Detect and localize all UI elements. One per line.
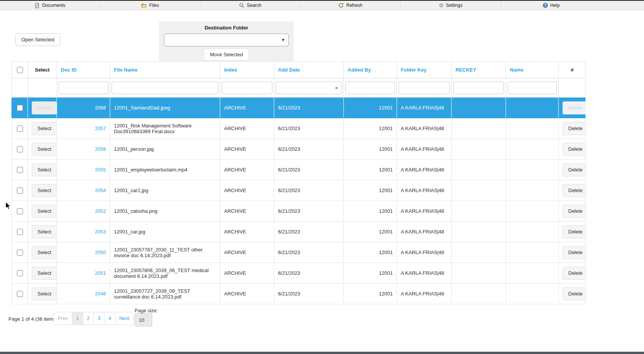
toolbar-item-help[interactable]: ? Help	[501, 1, 601, 10]
row-checkbox[interactable]	[17, 208, 23, 214]
delete-button[interactable]: Delete	[563, 101, 586, 114]
added-by-cell: 12001	[344, 98, 397, 118]
index-cell: ARCHIVE	[220, 160, 274, 180]
delete-button[interactable]: Delete	[563, 205, 586, 218]
select-all-checkbox[interactable]	[17, 67, 23, 73]
row-checkbox[interactable]	[17, 250, 23, 256]
column-header-name[interactable]: Name	[506, 62, 559, 78]
folder-key-cell: A KARLA FRIAS|48	[397, 284, 452, 304]
toolbar-item-search[interactable]: Search	[200, 1, 301, 10]
select-button[interactable]: Select	[32, 267, 57, 280]
reckey-filter-input[interactable]	[453, 82, 504, 94]
doc-id-cell: 2055	[57, 160, 110, 180]
doc-id-link[interactable]: 2050	[95, 250, 106, 255]
pager: Prev 1 2 3 4 Next	[54, 312, 133, 325]
toolbar-item-refresh[interactable]: Refresh	[301, 1, 401, 10]
pager-page-3-button[interactable]: 3	[93, 312, 104, 325]
select-button[interactable]: Select	[32, 205, 57, 218]
doc-id-cell: 2058	[57, 98, 110, 118]
toolbar-item-label: Documents	[42, 3, 65, 8]
delete-button[interactable]: Delete	[563, 122, 586, 135]
file-name-filter-input[interactable]	[112, 82, 218, 94]
row-checkbox[interactable]	[17, 167, 23, 173]
select-button[interactable]: Select	[32, 101, 57, 114]
doc-id-link[interactable]: 2053	[95, 229, 106, 235]
column-header-reckey[interactable]: RECKEY	[452, 62, 506, 78]
row-checkbox[interactable]	[17, 105, 23, 111]
select-button[interactable]: Select	[32, 184, 57, 197]
select-button[interactable]: Select	[32, 287, 57, 300]
file-name-cell: 12001_23057787_2030_11_TEST other invoic…	[110, 242, 220, 263]
destination-folder-select[interactable]: ▼	[164, 34, 289, 46]
folder-key-cell: A KARLA FRIAS|48	[397, 98, 452, 118]
row-checkbox[interactable]	[17, 291, 23, 297]
delete-button[interactable]: Delete	[563, 184, 586, 197]
added-by-filter-input[interactable]	[345, 82, 395, 94]
doc-id-link[interactable]: 2052	[95, 208, 106, 214]
delete-button[interactable]: Delete	[563, 246, 586, 259]
delete-button[interactable]: Delete	[563, 267, 586, 280]
column-header-folder-key[interactable]: Folder Key	[397, 62, 452, 78]
page-size-input[interactable]	[135, 313, 152, 326]
name-cell	[506, 180, 559, 201]
doc-id-link[interactable]: 2051	[95, 270, 106, 276]
delete-button[interactable]: Delete	[563, 225, 586, 238]
doc-id-link[interactable]: 2057	[95, 126, 106, 131]
doc-id-link[interactable]: 2055	[95, 167, 106, 173]
row-checkbox[interactable]	[17, 270, 23, 276]
added-by-cell: 12001	[344, 180, 397, 201]
toolbar-item-files[interactable]: Files	[100, 1, 200, 10]
column-header-add-date[interactable]: Add Date	[274, 62, 344, 78]
select-button[interactable]: Select	[32, 246, 57, 259]
filter-reckey-cell	[452, 78, 506, 98]
delete-button[interactable]: Delete	[563, 143, 586, 156]
pager-page-2-button[interactable]: 2	[83, 312, 94, 325]
select-button[interactable]: Select	[32, 122, 57, 135]
delete-button[interactable]: Delete	[563, 163, 586, 176]
row-checkbox[interactable]	[17, 229, 23, 235]
row-checkbox-cell	[12, 160, 28, 180]
row-checkbox-cell	[12, 98, 28, 118]
row-actions-cell: Delete	[559, 160, 586, 180]
bottom-scrollbar[interactable]	[0, 352, 644, 354]
toolbar-item-documents[interactable]: Documents	[0, 1, 100, 10]
pager-prev-button[interactable]: Prev	[54, 312, 72, 325]
table-row: Select 2050 12001_23057787_2030_11_TEST …	[12, 242, 586, 263]
folder-key-filter-input[interactable]	[398, 82, 450, 94]
doc-id-link[interactable]: 2058	[95, 105, 106, 111]
doc-id-link[interactable]: 2048	[95, 291, 106, 297]
reckey-cell	[452, 98, 506, 118]
name-cell	[506, 284, 559, 304]
doc-id-filter-input[interactable]	[59, 82, 108, 94]
doc-id-cell: 2051	[57, 263, 110, 284]
select-button[interactable]: Select	[32, 163, 57, 176]
row-checkbox[interactable]	[17, 126, 23, 132]
filter-empty-cell	[28, 78, 57, 98]
toolbar-item-settings[interactable]: ⚙ Settings	[401, 1, 501, 10]
clear-filter-icon[interactable]: ×	[335, 85, 338, 91]
column-header-index[interactable]: Index	[220, 62, 274, 78]
add-date-filter-input[interactable]	[276, 82, 342, 94]
column-header-file-name[interactable]: File Name	[110, 62, 220, 78]
pager-page-4-button[interactable]: 4	[104, 312, 115, 325]
chevron-down-icon: ▼	[281, 38, 285, 42]
doc-id-link[interactable]: 2056	[95, 146, 106, 152]
reckey-cell	[452, 222, 506, 242]
reckey-cell	[452, 284, 506, 304]
added-by-cell: 12001	[344, 118, 397, 139]
delete-button[interactable]: Delete	[563, 287, 586, 300]
index-filter-input[interactable]	[222, 82, 272, 94]
select-button[interactable]: Select	[32, 225, 57, 238]
name-filter-input[interactable]	[507, 82, 557, 94]
column-header-added-by[interactable]: Added By	[344, 62, 397, 78]
row-checkbox[interactable]	[17, 188, 23, 194]
column-header-doc-id[interactable]: Doc ID	[57, 62, 110, 78]
doc-id-link[interactable]: 2054	[95, 188, 106, 193]
move-selected-button[interactable]: Move Selected	[204, 49, 249, 60]
pager-next-button[interactable]: Next	[115, 312, 134, 325]
select-button[interactable]: Select	[32, 143, 57, 156]
row-checkbox[interactable]	[17, 146, 23, 152]
pager-page-1-button[interactable]: 1	[72, 312, 83, 325]
open-selected-button[interactable]: Open Selected	[15, 33, 60, 46]
table-row: Select 2057 12001_Risk Management Softwa…	[12, 118, 586, 139]
